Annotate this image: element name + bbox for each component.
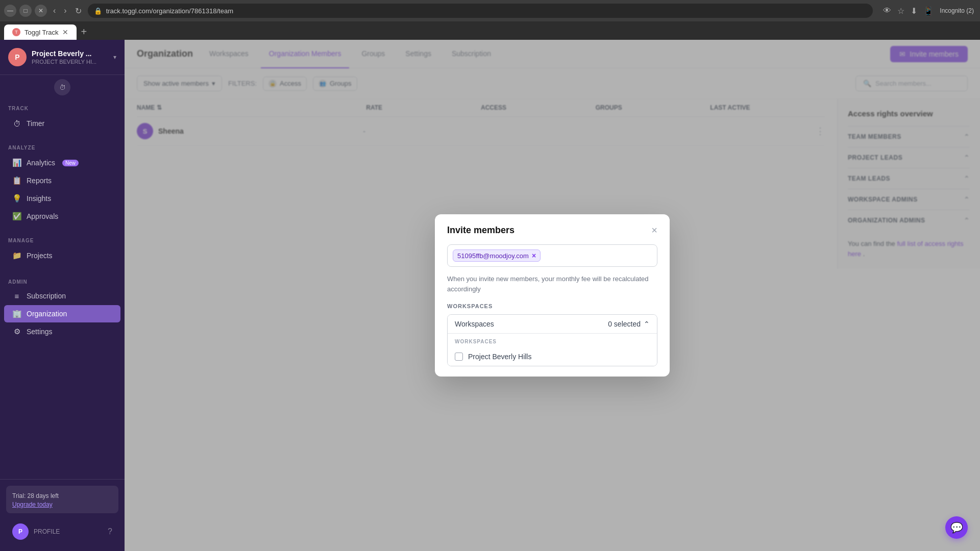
sidebar-footer: P PROFILE ? <box>6 518 118 545</box>
sidebar-project-name: Project Beverly ... <box>32 49 108 58</box>
projects-icon: 📁 <box>12 251 21 260</box>
sidebar-item-insights[interactable]: 💡 Insights <box>4 190 120 207</box>
manage-section: MANAGE 📁 Projects <box>0 232 125 271</box>
sidebar-item-projects[interactable]: 📁 Projects <box>4 247 120 264</box>
new-tab-button[interactable]: + <box>77 24 91 40</box>
analyze-section-label: ANALYZE <box>0 145 125 154</box>
sidebar-project-sub: PROJECT BEVERLY HI... <box>32 59 108 65</box>
invite-members-modal: Invite members × 51095ffb@moodjoy.com × … <box>435 214 670 377</box>
avatar: P <box>12 523 29 540</box>
subscription-label: Subscription <box>27 292 66 300</box>
forward-button[interactable]: › <box>62 4 68 17</box>
email-tag: 51095ffb@moodjoy.com × <box>453 249 541 262</box>
device-icon[interactable]: 📱 <box>921 4 936 18</box>
modal-note: When you invite new members, your monthl… <box>447 274 657 294</box>
incognito-label: Incognito (2) <box>938 5 976 16</box>
track-section-label: TRACK <box>0 106 125 114</box>
organization-icon: 🏢 <box>12 309 21 318</box>
sidebar-project: Project Beverly ... PROJECT BEVERLY HI..… <box>32 49 108 65</box>
modal-body: 51095ffb@moodjoy.com × When you invite n… <box>435 244 670 377</box>
sidebar-item-analytics[interactable]: 📊 Analytics New <box>4 154 120 171</box>
sidebar-icon-section: ⏱ <box>0 75 125 99</box>
admin-section: ADMIN ≡ Subscription 🏢 Organization ⚙ Se… <box>0 275 125 341</box>
sidebar-item-reports[interactable]: 📋 Reports <box>4 172 120 189</box>
admin-section-label: ADMIN <box>0 275 125 287</box>
maximize-button[interactable]: □ <box>19 5 32 17</box>
reports-label: Reports <box>27 177 52 185</box>
workspace-selected-count: 0 selected <box>608 320 641 328</box>
active-tab[interactable]: T Toggl Track ✕ <box>4 24 77 40</box>
sidebar-bottom: Trial: 28 days left Upgrade today P PROF… <box>0 479 125 551</box>
trial-box: Trial: 28 days left Upgrade today <box>6 486 118 513</box>
download-icon[interactable]: ⬇ <box>909 4 919 18</box>
workspace-option-beverly-hills[interactable]: Project Beverly Hills <box>448 347 657 366</box>
workspace-dropdown-label: Workspaces <box>455 320 494 328</box>
chat-bubble-button[interactable]: 💬 <box>945 516 968 539</box>
star-icon[interactable]: ☆ <box>895 4 906 18</box>
timer-label: Timer <box>27 119 44 128</box>
sidebar-item-timer[interactable]: ⏱ Timer <box>4 115 120 132</box>
chat-icon: 💬 <box>950 521 963 534</box>
projects-label: Projects <box>27 252 53 260</box>
upgrade-link[interactable]: Upgrade today <box>12 501 112 508</box>
email-tag-remove-icon[interactable]: × <box>532 252 536 260</box>
trial-text: Trial: 28 days left <box>12 492 59 499</box>
approvals-label: Approvals <box>27 212 58 220</box>
workspace-dropdown-header[interactable]: Workspaces 0 selected ⌃ <box>448 315 657 333</box>
refresh-button[interactable]: ↻ <box>73 4 84 18</box>
sidebar: P Project Beverly ... PROJECT BEVERLY HI… <box>0 40 125 551</box>
reports-icon: 📋 <box>12 176 21 185</box>
modal-overlay[interactable]: Invite members × 51095ffb@moodjoy.com × … <box>125 40 980 551</box>
sidebar-icon-button[interactable]: ⏱ <box>54 79 70 95</box>
modal-close-button[interactable]: × <box>651 224 657 236</box>
browser-chrome: — □ ✕ ‹ › ↻ 🔒 track.toggl.com/organizati… <box>0 0 980 21</box>
sidebar-item-organization[interactable]: 🏢 Organization <box>4 305 120 322</box>
sidebar-logo: P <box>8 48 27 66</box>
close-button[interactable]: ✕ <box>35 5 47 17</box>
approvals-icon: ✅ <box>12 212 21 221</box>
workspace-dropdown-value: 0 selected ⌃ <box>608 320 650 328</box>
settings-label: Settings <box>27 328 53 336</box>
analyze-section: ANALYZE 📊 Analytics New 📋 Reports 💡 Insi… <box>0 139 125 232</box>
workspace-chevron-up-icon: ⌃ <box>644 320 650 328</box>
analytics-new-badge: New <box>62 160 79 166</box>
email-tag-text: 51095ffb@moodjoy.com <box>457 252 529 260</box>
address-bar[interactable]: 🔒 track.toggl.com/organization/7861318/t… <box>88 4 873 18</box>
timer-small-icon: ⏱ <box>59 84 66 91</box>
profile-label: PROFILE <box>34 528 60 535</box>
browser-controls: — □ ✕ <box>4 5 47 17</box>
tab-favicon: T <box>12 28 20 36</box>
workspace-option-label: Project Beverly Hills <box>468 353 531 361</box>
modal-workspaces-label: WORKSPACES <box>447 303 657 309</box>
tab-close-icon[interactable]: ✕ <box>62 28 68 36</box>
workspace-checkbox[interactable] <box>455 353 463 361</box>
tab-label: Toggl Track <box>24 29 58 36</box>
back-button[interactable]: ‹ <box>51 4 58 17</box>
main-content: Organization Workspaces Organization Mem… <box>125 40 980 551</box>
lock-icon: 🔒 <box>94 7 102 15</box>
subscription-icon: ≡ <box>12 291 21 300</box>
sidebar-item-approvals[interactable]: ✅ Approvals <box>4 208 120 225</box>
modal-header: Invite members × <box>435 214 670 244</box>
manage-section-label: MANAGE <box>0 238 125 246</box>
track-section: TRACK ⏱ Timer <box>0 99 125 139</box>
sidebar-item-subscription[interactable]: ≡ Subscription <box>4 287 120 305</box>
sidebar-item-settings[interactable]: ⚙ Settings <box>4 323 120 340</box>
workspace-dropdown-body: WORKSPACES Project Beverly Hills <box>448 333 657 366</box>
sidebar-header: P Project Beverly ... PROJECT BEVERLY HI… <box>0 40 125 75</box>
insights-icon: 💡 <box>12 194 21 203</box>
organization-label: Organization <box>27 310 67 318</box>
eye-icon[interactable]: 👁 <box>881 4 893 17</box>
help-icon[interactable]: ? <box>108 527 112 536</box>
workspace-dropdown: Workspaces 0 selected ⌃ WORKSPACES Proje… <box>447 314 657 366</box>
sidebar-project-chevron-icon[interactable]: ▾ <box>113 54 116 61</box>
url-text: track.toggl.com/organization/7861318/tea… <box>106 7 233 15</box>
analytics-icon: 📊 <box>12 158 21 167</box>
settings-icon: ⚙ <box>12 327 21 336</box>
app-container: P Project Beverly ... PROJECT BEVERLY HI… <box>0 40 980 551</box>
email-tag-container[interactable]: 51095ffb@moodjoy.com × <box>447 244 657 267</box>
browser-actions: 👁 ☆ ⬇ 📱 Incognito (2) <box>877 4 976 18</box>
minimize-button[interactable]: — <box>4 5 16 17</box>
insights-label: Insights <box>27 194 51 203</box>
modal-title: Invite members <box>447 225 514 236</box>
